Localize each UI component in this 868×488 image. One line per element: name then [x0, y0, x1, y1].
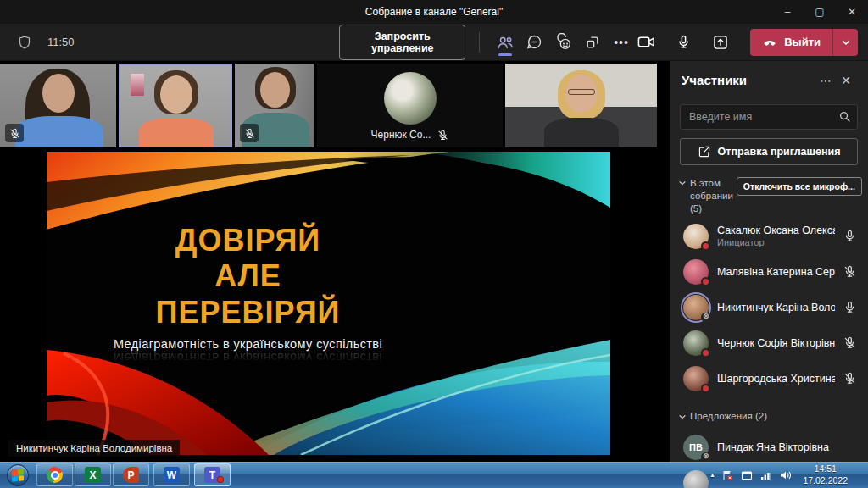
- taskbar-word-button[interactable]: W: [153, 463, 190, 486]
- video-tile-5[interactable]: [505, 64, 657, 147]
- meeting-timer: 11:50: [47, 36, 75, 48]
- presenting-status-badge: [701, 313, 710, 322]
- video-tile-1[interactable]: [0, 64, 116, 147]
- participant-name: Чернюк Со...: [371, 129, 431, 141]
- leave-options-chevron[interactable]: [832, 29, 858, 56]
- avatar: [683, 224, 709, 249]
- word-icon: W: [164, 467, 180, 483]
- window-minimize-button[interactable]: –: [771, 0, 804, 24]
- leave-split-button[interactable]: Выйти: [750, 29, 858, 56]
- video-tile-3[interactable]: [235, 64, 314, 147]
- participants-button[interactable]: [493, 28, 517, 57]
- muted-mic-icon: [240, 124, 259, 142]
- shared-content-area: ДОВІРЯЙ АЛЕ ПЕРЕВІРЯЙ Медіаграмотність в…: [0, 147, 670, 462]
- start-button[interactable]: [0, 462, 36, 488]
- busy-status-badge: [701, 241, 710, 251]
- send-invite-button[interactable]: Отправка приглашения: [680, 138, 858, 165]
- search-participant-input[interactable]: [680, 104, 858, 130]
- section-suggestions-label: Предложения (2): [690, 410, 767, 423]
- slide-title-line2: АЛЕ: [47, 258, 449, 294]
- slide-title-line3: ПЕРЕВІРЯЙ: [47, 295, 449, 330]
- network-signal-icon[interactable]: [760, 470, 772, 480]
- windows-logo-icon: [7, 464, 29, 486]
- muted-mic-icon: [5, 124, 24, 142]
- notification-dot: [217, 476, 224, 483]
- avatar: [683, 366, 709, 391]
- powerpoint-icon: P: [123, 467, 139, 483]
- participant-name: Чернюк Софія Вікторівна: [717, 337, 835, 349]
- section-collapse-chevron[interactable]: [678, 413, 687, 421]
- more-actions-button[interactable]: •••: [609, 28, 633, 57]
- slide-title-line1: ДОВІРЯЙ: [47, 223, 449, 258]
- window-maximize-button[interactable]: ▢: [804, 0, 836, 24]
- taskbar-clock[interactable]: 14:51 17.02.2022: [799, 463, 851, 485]
- panel-more-icon[interactable]: ⋯: [815, 74, 836, 87]
- audio-tile-chernyuk[interactable]: Чернюк Со...: [317, 64, 503, 147]
- participant-name: Шаргородська Христина Мико...: [717, 373, 835, 385]
- participant-name: Пиндак Яна Вікторівна: [717, 441, 856, 453]
- camera-toggle-button[interactable]: [633, 30, 659, 55]
- video-strip: Чернюк Со...: [0, 61, 670, 147]
- mute-all-button[interactable]: Отключить все микроф...: [737, 177, 862, 196]
- chat-button[interactable]: [522, 28, 546, 57]
- hidden-icons-chevron[interactable]: ▴: [710, 471, 714, 479]
- request-control-button[interactable]: Запросить управление: [339, 25, 465, 60]
- search-icon: [838, 110, 851, 123]
- participant-row[interactable]: Никитинчук Каріна Володими...: [670, 290, 868, 325]
- mic-on-icon[interactable]: [843, 230, 856, 242]
- slide-subtitle: Медіаграмотність в українському суспільс…: [47, 337, 449, 351]
- mic-muted-icon[interactable]: [843, 265, 856, 278]
- participant-role: Инициатор: [717, 237, 835, 247]
- action-center-flag-icon[interactable]: [721, 470, 733, 480]
- taskbar-powerpoint-button[interactable]: P: [113, 463, 149, 486]
- mic-muted-icon[interactable]: [843, 372, 856, 385]
- busy-status-badge: [701, 277, 710, 286]
- participant-row[interactable]: Сакалюк Оксана Олександрівна Инициатор: [670, 219, 868, 254]
- muted-mic-icon: [437, 130, 448, 141]
- slide-subtitle-reflection: Медіаграмотність в українському суспільс…: [47, 351, 449, 364]
- window-close-button[interactable]: ✕: [836, 0, 868, 24]
- section-collapse-chevron[interactable]: [678, 179, 687, 187]
- window-titlebar: Собрание в канале "General" – ▢ ✕: [0, 0, 868, 24]
- participant-row[interactable]: Чернюк Софія Вікторівна: [670, 325, 868, 361]
- section-in-meeting-label: В этом собрании (5): [690, 177, 733, 215]
- presenter-name-label: Никитинчук Каріна Володимирівна: [8, 440, 180, 457]
- volume-icon[interactable]: [780, 470, 792, 480]
- video-tile-2-selected[interactable]: [119, 64, 232, 147]
- slide-text-block: ДОВІРЯЙ АЛЕ ПЕРЕВІРЯЙ Медіаграмотність в…: [47, 223, 449, 364]
- participant-row[interactable]: Малявіна Катерина Сергіївна: [670, 254, 868, 290]
- avatar-initials-text: ПВ: [689, 442, 703, 452]
- presentation-slide: ДОВІРЯЙ АЛЕ ПЕРЕВІРЯЙ Медіаграмотність в…: [47, 148, 610, 455]
- busy-status-badge: [701, 348, 710, 358]
- mic-muted-icon[interactable]: [843, 336, 856, 349]
- participants-panel: Участники ⋯ ✕ Отправка приглашения В это…: [670, 61, 868, 462]
- avatar-initials: ПВ: [683, 435, 709, 460]
- mic-toggle-button[interactable]: [670, 30, 696, 55]
- participant-video: [119, 64, 232, 147]
- window-title: Собрание в канале "General": [365, 6, 503, 18]
- taskbar-excel-button[interactable]: X: [75, 463, 111, 486]
- share-screen-button[interactable]: [708, 30, 733, 55]
- breakout-rooms-button[interactable]: [581, 28, 604, 57]
- hangup-phone-icon: [762, 35, 777, 50]
- panel-close-icon[interactable]: ✕: [836, 74, 856, 87]
- avatar: [683, 295, 709, 320]
- toolbar-divider: [479, 32, 480, 53]
- participant-name: Сакалюк Оксана Олександрівна: [717, 225, 835, 236]
- invite-button-label: Отправка приглашения: [718, 146, 841, 158]
- participant-video: [505, 64, 657, 147]
- avatar: [683, 330, 709, 356]
- window-tray-icon[interactable]: [741, 470, 753, 480]
- windows-taskbar: X P W T RU ▴ 14:51 17.02.2022: [0, 462, 868, 488]
- suggested-participant-row[interactable]: ПВ Пиндак Яна Вікторівна: [670, 430, 868, 465]
- meeting-security-shield-icon: [10, 28, 39, 57]
- reactions-button[interactable]: [551, 28, 575, 57]
- participant-name: Никитинчук Каріна Володими...: [717, 302, 835, 313]
- mic-on-icon[interactable]: [843, 301, 856, 313]
- taskbar-chrome-button[interactable]: [36, 463, 73, 486]
- avatar: [384, 72, 437, 125]
- glasses: [568, 89, 595, 95]
- offline-status-badge: [701, 452, 710, 462]
- participant-row[interactable]: Шаргородська Христина Мико...: [670, 361, 868, 396]
- taskbar-teams-button[interactable]: T: [194, 463, 231, 486]
